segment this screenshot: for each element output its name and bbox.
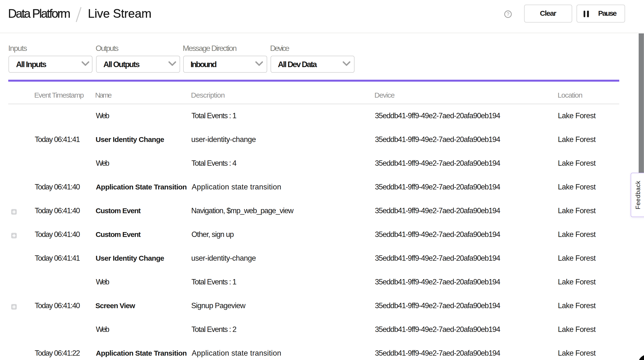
svg-text:?: ? — [507, 11, 509, 17]
